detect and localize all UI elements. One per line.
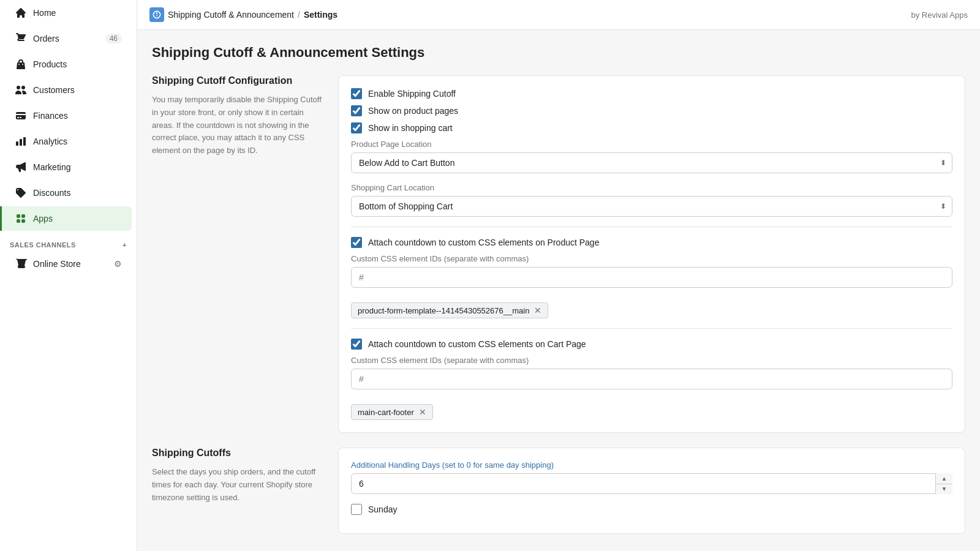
sidebar-item-finances[interactable]: Finances [5,103,132,128]
attach-cart-page-label[interactable]: Attach countdown to custom CSS elements … [368,339,586,349]
show-shopping-cart-checkbox[interactable] [351,122,362,133]
shopping-cart-location-group: Shopping Cart Location Bottom of Shoppin… [351,183,952,217]
number-spinners: ▲ ▼ [935,473,952,494]
sidebar-item-apps[interactable]: Apps [0,206,132,231]
attach-product-page-checkbox[interactable] [351,237,362,248]
sidebar-label-discounts: Discounts [33,188,70,198]
breadcrumb-separator: / [298,10,300,20]
sidebar-label-apps: Apps [33,214,53,223]
custom-css-cart-input[interactable] [351,369,952,389]
custom-css-product-group: Custom CSS element IDs (separate with co… [351,254,952,288]
customers-icon [15,84,27,96]
attach-product-page-label[interactable]: Attach countdown to custom CSS elements … [368,238,599,247]
enable-shipping-cutoff-label[interactable]: Enable Shipping Cutoff [368,89,456,99]
decrement-button[interactable]: ▼ [936,484,952,495]
attach-cart-page-row: Attach countdown to custom CSS elements … [351,339,952,350]
sidebar-label-marketing: Marketing [33,162,70,172]
custom-css-cart-group: Custom CSS element IDs (separate with co… [351,356,952,389]
custom-css-product-label: Custom CSS element IDs (separate with co… [351,254,952,263]
section-description-cutoffs: Shipping Cutoffs Select the days you shi… [152,448,323,534]
main-content: Shipping Cutoff & Announcement / Setting… [137,0,980,551]
cart-tag-item: main-cart-footer ✕ [351,404,433,420]
breadcrumb-app-name: Shipping Cutoff & Announcement [168,10,294,20]
sidebar-item-marketing[interactable]: Marketing [5,155,132,179]
enable-shipping-cutoff-checkbox[interactable] [351,88,362,99]
sunday-row: Sunday [351,504,952,515]
divider-2 [351,328,952,329]
section-description-config: Shipping Cutoff Configuration You may te… [152,75,323,433]
custom-css-product-input[interactable] [351,267,952,288]
product-page-location-group: Product Page Location Below Add to Cart … [351,140,952,173]
sales-channels-header: SALES CHANNELS + [0,231,137,251]
sidebar-label-products: Products [33,59,67,69]
divider-1 [351,227,952,227]
show-product-pages-label[interactable]: Show on product pages [368,106,458,116]
sidebar-item-analytics[interactable]: Analytics [5,129,132,154]
product-page-location-label: Product Page Location [351,140,952,149]
product-tag-item: product-form-template--14145430552676__m… [351,302,548,318]
config-section-desc: You may temporarily disable the Shipping… [152,94,323,157]
add-sales-channel-button[interactable]: + [123,241,127,249]
additional-handling-label: Additional Handling Days (set to 0 for s… [351,460,952,470]
online-store-settings-icon[interactable]: ⚙ [114,259,122,269]
attach-cart-page-checkbox[interactable] [351,339,362,350]
attach-product-page-row: Attach countdown to custom CSS elements … [351,237,952,248]
orders-badge: 46 [105,34,122,43]
cart-tag-remove-button[interactable]: ✕ [419,407,426,417]
breadcrumb: Shipping Cutoff & Announcement / Setting… [149,7,337,22]
apps-icon [15,212,27,225]
show-shopping-cart-row: Show in shopping cart [351,122,952,133]
shipping-cutoffs-section: Shipping Cutoffs Select the days you shi… [152,448,965,534]
cutoffs-section-desc: Select the days you ship orders, and the… [152,466,323,504]
sidebar-item-orders[interactable]: Orders 46 [5,26,132,51]
sidebar-label-finances: Finances [33,111,68,121]
shopping-cart-location-label: Shopping Cart Location [351,183,952,192]
additional-handling-group: Additional Handling Days (set to 0 for s… [351,460,952,494]
show-product-pages-checkbox[interactable] [351,105,362,116]
show-shopping-cart-label[interactable]: Show in shopping cart [368,123,453,133]
additional-handling-wrapper: ▲ ▼ [351,473,952,494]
sidebar: Home Orders 46 Products Customers Financ… [0,0,137,551]
topbar: Shipping Cutoff & Announcement / Setting… [137,0,980,30]
shopping-cart-location-wrapper: Bottom of Shopping Cart Top of Shopping … [351,196,952,217]
sidebar-label-customers: Customers [33,85,75,95]
sidebar-label-home: Home [33,8,56,18]
enable-shipping-cutoff-row: Enable Shipping Cutoff [351,88,952,99]
page-title: Shipping Cutoff & Announcement Settings [152,45,965,61]
sidebar-item-discounts[interactable]: Discounts [5,181,132,205]
discounts-icon [15,187,27,199]
additional-handling-input[interactable] [351,473,952,494]
sidebar-item-customers[interactable]: Customers [5,78,132,102]
cutoffs-card: Additional Handling Days (set to 0 for s… [338,448,965,534]
config-card: Enable Shipping Cutoff Show on product p… [338,75,965,433]
increment-button[interactable]: ▲ [936,473,952,484]
product-page-location-wrapper: Below Add to Cart Button Above Add to Ca… [351,152,952,173]
cart-tag-text: main-cart-footer [358,408,414,417]
app-icon [149,7,164,22]
product-page-location-select[interactable]: Below Add to Cart Button Above Add to Ca… [351,152,952,173]
store-icon [15,258,27,270]
shipping-cutoff-config-section: Shipping Cutoff Configuration You may te… [152,75,965,433]
sidebar-item-online-store[interactable]: Online Store ⚙ [5,252,132,276]
sidebar-label-online-store: Online Store [33,259,81,269]
orders-icon [15,32,27,45]
config-section-title: Shipping Cutoff Configuration [152,75,323,86]
breadcrumb-current: Settings [304,10,337,20]
show-product-pages-row: Show on product pages [351,105,952,116]
sidebar-item-products[interactable]: Products [5,52,132,77]
product-tag-remove-button[interactable]: ✕ [534,305,541,315]
finances-icon [15,110,27,122]
products-icon [15,58,27,70]
home-icon [15,7,27,19]
analytics-icon [15,135,27,148]
shopping-cart-location-select[interactable]: Bottom of Shopping Cart Top of Shopping … [351,196,952,217]
custom-css-cart-label: Custom CSS element IDs (separate with co… [351,356,952,365]
sidebar-label-orders: Orders [33,34,59,43]
sunday-label[interactable]: Sunday [368,504,397,514]
product-tag-text: product-form-template--14145430552676__m… [358,306,529,315]
sidebar-label-analytics: Analytics [33,137,67,146]
sunday-checkbox[interactable] [351,504,362,515]
content-area: Shipping Cutoff & Announcement Settings … [137,30,980,551]
cutoffs-section-title: Shipping Cutoffs [152,448,323,459]
sidebar-item-home[interactable]: Home [5,1,132,25]
